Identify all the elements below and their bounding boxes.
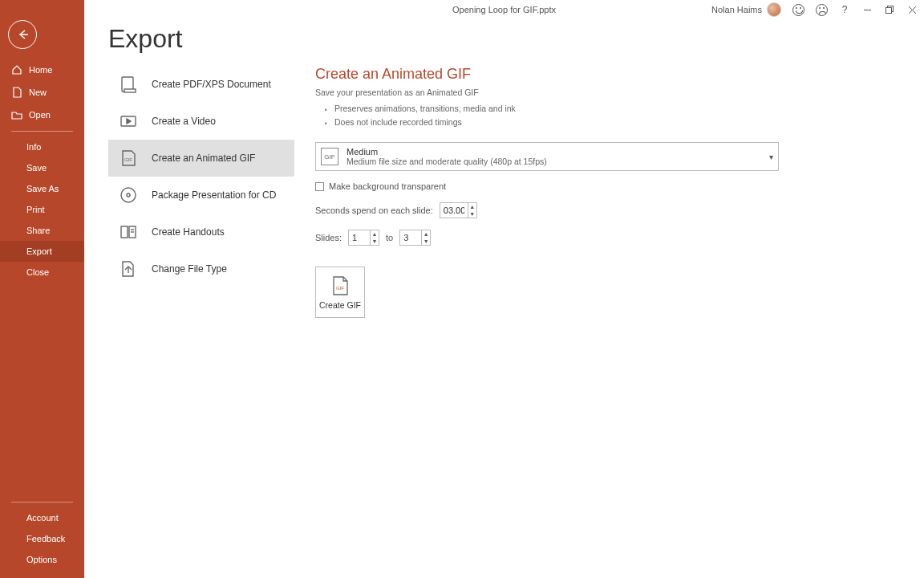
nav-share[interactable]: Share <box>0 220 84 241</box>
svg-rect-6 <box>124 89 136 92</box>
svg-point-10 <box>127 193 130 197</box>
nav-save-as-label: Save As <box>26 184 59 193</box>
nav-home[interactable]: Home <box>0 59 84 81</box>
export-detail-pane: Create an Animated GIF Save your present… <box>315 66 900 318</box>
seconds-up-button[interactable]: ▲ <box>468 203 476 210</box>
nav-open[interactable]: Open <box>0 104 84 126</box>
create-gif-button[interactable]: GIF Create GIF <box>315 267 365 318</box>
detail-bullet-2: Does not include recorded timings <box>325 116 900 129</box>
new-icon <box>11 87 22 98</box>
export-option-cd[interactable]: Package Presentation for CD <box>108 177 294 214</box>
nav-close[interactable]: Close <box>0 262 84 283</box>
export-type-list: Create PDF/XPS Document Create a Video G… <box>108 66 294 287</box>
export-option-gif-label: Create an Animated GIF <box>152 153 255 164</box>
nav-print[interactable]: Print <box>0 199 84 220</box>
create-gif-button-icon: GIF <box>330 275 351 296</box>
seconds-spinner[interactable]: ▲▼ <box>440 202 477 218</box>
nav-options[interactable]: Options <box>0 549 84 570</box>
export-option-pdf-label: Create PDF/XPS Document <box>152 79 271 90</box>
nav-options-label: Options <box>26 555 57 564</box>
page-title: Export <box>108 24 182 54</box>
user-avatar <box>767 2 781 17</box>
backstage-sidebar: Home New Open Info Save Save As Print Sh… <box>0 0 84 578</box>
slides-from-down-button[interactable]: ▼ <box>371 238 379 245</box>
feedback-sad-icon[interactable] <box>816 4 828 16</box>
export-option-filetype-label: Change File Type <box>152 263 227 275</box>
close-window-button[interactable] <box>906 4 918 15</box>
user-name-label: Nolan Haims <box>711 5 762 14</box>
nav-export-label: Export <box>26 246 52 256</box>
svg-rect-11 <box>121 226 128 238</box>
nav-account-label: Account <box>26 513 59 523</box>
nav-feedback[interactable]: Feedback <box>0 528 84 549</box>
detail-subtitle: Save your presentation as an Animated GI… <box>315 88 900 97</box>
svg-text:GIF: GIF <box>124 157 132 162</box>
quality-dropdown[interactable]: GIF Medium Medium file size and moderate… <box>315 142 779 171</box>
slides-from-up-button[interactable]: ▲ <box>371 230 379 238</box>
nav-divider-lower <box>11 502 73 503</box>
nav-open-label: Open <box>29 110 51 120</box>
slides-to-spinner[interactable]: ▲▼ <box>399 230 431 246</box>
change-filetype-icon <box>118 258 139 279</box>
nav-account[interactable]: Account <box>0 507 84 528</box>
export-option-video[interactable]: Create a Video <box>108 103 294 140</box>
nav-divider-upper <box>11 131 73 132</box>
nav-new-label: New <box>29 88 47 97</box>
export-option-cd-label: Package Presentation for CD <box>152 189 276 201</box>
pdf-icon <box>118 74 139 95</box>
svg-point-9 <box>121 188 136 202</box>
slides-to-input[interactable] <box>400 231 421 244</box>
export-option-filetype[interactable]: Change File Type <box>108 250 294 287</box>
back-button[interactable] <box>8 20 37 49</box>
chevron-down-icon: ▾ <box>769 153 773 161</box>
nav-new[interactable]: New <box>0 81 84 104</box>
export-option-pdf[interactable]: Create PDF/XPS Document <box>108 66 294 103</box>
slides-to-up-button[interactable]: ▲ <box>422 230 430 238</box>
export-option-handouts-label: Create Handouts <box>152 226 225 238</box>
nav-info[interactable]: Info <box>0 136 84 157</box>
restore-button[interactable] <box>884 4 895 15</box>
transparent-checkbox-label: Make background transparent <box>329 181 446 191</box>
nav-save-as[interactable]: Save As <box>0 178 84 199</box>
slides-to-label: to <box>386 233 393 242</box>
detail-heading: Create an Animated GIF <box>315 66 900 83</box>
nav-export[interactable]: Export <box>0 241 84 262</box>
nav-share-label: Share <box>26 226 50 235</box>
handouts-icon <box>118 222 139 242</box>
export-option-video-label: Create a Video <box>152 116 216 127</box>
nav-close-label: Close <box>26 267 49 277</box>
quality-dropdown-label: Medium <box>346 147 547 157</box>
user-account[interactable]: Nolan Haims <box>711 2 781 17</box>
nav-home-label: Home <box>29 65 52 75</box>
slides-to-down-button[interactable]: ▼ <box>422 238 430 245</box>
detail-bullet-1: Preserves animations, transitions, media… <box>325 102 900 116</box>
create-gif-button-label: Create GIF <box>319 300 361 310</box>
quality-dropdown-desc: Medium file size and moderate quality (4… <box>346 157 547 166</box>
export-option-handouts[interactable]: Create Handouts <box>108 214 294 250</box>
svg-text:GIF: GIF <box>336 286 344 291</box>
nav-info-label: Info <box>26 142 41 152</box>
document-title: Opening Loop for GIF.pptx <box>452 5 556 14</box>
feedback-smile-icon[interactable] <box>792 4 804 16</box>
minimize-button[interactable] <box>861 4 873 15</box>
transparent-checkbox[interactable] <box>315 182 324 191</box>
export-option-gif[interactable]: GIF Create an Animated GIF <box>108 140 294 177</box>
seconds-input[interactable] <box>440 204 468 217</box>
help-button[interactable]: ? <box>839 4 850 15</box>
slides-label: Slides: <box>315 233 342 242</box>
seconds-down-button[interactable]: ▼ <box>468 210 476 218</box>
slides-from-spinner[interactable]: ▲▼ <box>348 230 379 246</box>
slides-from-input[interactable] <box>349 231 370 244</box>
nav-feedback-label: Feedback <box>26 534 65 543</box>
title-bar: Opening Loop for GIF.pptx Nolan Haims ? <box>84 0 924 19</box>
cd-icon <box>118 185 139 206</box>
home-icon <box>11 64 22 75</box>
svg-rect-2 <box>886 7 891 13</box>
video-icon <box>118 111 139 132</box>
nav-print-label: Print <box>26 205 45 214</box>
gif-icon: GIF <box>118 148 139 169</box>
seconds-label: Seconds spend on each slide: <box>315 206 433 215</box>
nav-save[interactable]: Save <box>0 157 84 178</box>
quality-preview-icon: GIF <box>321 148 338 165</box>
nav-save-label: Save <box>26 163 47 173</box>
